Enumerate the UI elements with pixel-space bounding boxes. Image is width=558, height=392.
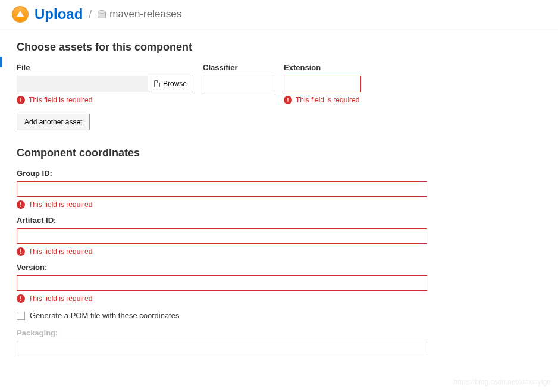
error-icon: ! — [17, 247, 25, 256]
packaging-label: Packaging: — [17, 328, 541, 337]
extension-error-text: This field is required — [296, 96, 359, 104]
arrow-up-icon — [17, 11, 24, 17]
file-error: ! This field is required — [17, 96, 193, 104]
extension-label: Extension — [284, 63, 361, 72]
group-id-error-text: This field is required — [29, 200, 92, 209]
left-accent-bar — [0, 57, 2, 67]
browse-label: Browse — [163, 80, 187, 88]
file-path-display — [17, 76, 148, 92]
error-icon: ! — [17, 200, 25, 209]
add-another-asset-button[interactable]: Add another asset — [17, 114, 90, 130]
assets-section-title: Choose assets for this component — [17, 41, 541, 54]
browse-button[interactable]: Browse — [148, 76, 193, 92]
generate-pom-label: Generate a POM file with these coordinat… — [30, 311, 179, 320]
error-icon: ! — [17, 294, 25, 303]
group-id-label: Group ID: — [17, 169, 541, 178]
error-icon: ! — [284, 96, 292, 104]
document-icon — [154, 80, 160, 87]
version-error-text: This field is required — [29, 294, 92, 303]
extension-error: ! This field is required — [284, 96, 361, 104]
page-title: Upload — [35, 6, 83, 23]
artifact-id-error-text: This field is required — [29, 247, 92, 256]
group-id-input[interactable] — [17, 181, 427, 197]
watermark: https://blog.csdn.net/xiaxiayige — [454, 378, 551, 386]
generate-pom-checkbox[interactable] — [17, 312, 25, 320]
coords-section-title: Component coordinates — [17, 147, 541, 159]
artifact-id-error: ! This field is required — [17, 247, 541, 256]
version-label: Version: — [17, 263, 541, 272]
error-icon: ! — [17, 96, 25, 104]
breadcrumb-repo[interactable]: maven-releases — [109, 8, 181, 20]
group-id-error: ! This field is required — [17, 200, 541, 209]
classifier-input[interactable] — [203, 76, 274, 92]
page-header: Upload / maven-releases — [0, 0, 558, 29]
packaging-input — [17, 341, 427, 356]
upload-icon — [12, 6, 29, 23]
artifact-id-input[interactable] — [17, 228, 427, 244]
database-icon — [98, 10, 106, 18]
extension-input[interactable] — [284, 76, 361, 92]
version-input[interactable] — [17, 275, 427, 291]
file-error-text: This field is required — [29, 96, 92, 104]
breadcrumb-separator: / — [89, 8, 92, 21]
file-label: File — [17, 63, 193, 72]
asset-row: File Browse ! This field is required Cla… — [17, 63, 541, 104]
classifier-label: Classifier — [203, 63, 274, 72]
version-error: ! This field is required — [17, 294, 541, 303]
artifact-id-label: Artifact ID: — [17, 216, 541, 225]
